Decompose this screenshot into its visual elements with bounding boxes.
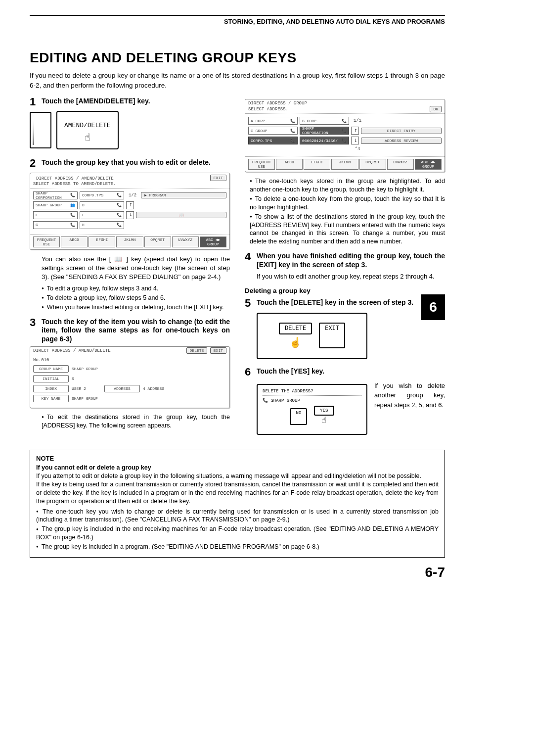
note-title: NOTE	[36, 454, 439, 463]
step2-screen-panel: DIRECT ADDRESS / AMEND/DELETE EXIT SELEC…	[30, 173, 230, 250]
note-p2: If the key is being used for a current t…	[36, 480, 439, 506]
bullet-item: To edit a group key, follow steps 3 and …	[42, 284, 230, 293]
group-panel-subtitle: SELECT ADDRESS.	[248, 107, 288, 112]
step2-panel-title: DIRECT ADDRESS / AMEND/DELETE	[33, 175, 117, 182]
index-tab[interactable]: JKLMN	[116, 236, 143, 247]
index-tab[interactable]: UVWXYZ	[172, 236, 199, 247]
scroll-down-button[interactable]: 🠗	[126, 211, 134, 219]
address-cell-selected[interactable]: 066620121/3456/	[300, 137, 349, 144]
address-cell[interactable]: A CORP.	[248, 117, 298, 125]
exit-key[interactable]: EXIT	[319, 323, 345, 348]
address-cell-selected[interactable]: CORPO.TPS	[248, 137, 298, 144]
address-cell[interactable]: CORPO.TPS	[80, 191, 124, 199]
note-bullet: The group key is included in a program. …	[36, 543, 439, 551]
index-tab-group[interactable]: ABC ◀▶ GROUP	[200, 236, 226, 247]
scroll-up-button[interactable]: 🠕	[351, 127, 359, 135]
group-name-button[interactable]: GROUP NAME	[33, 365, 69, 373]
scroll-up-button[interactable]: 🠕	[126, 201, 134, 209]
page-header: STORING, EDITING, AND DELETING AUTO DIAL…	[30, 15, 445, 25]
initial-value: S	[72, 377, 74, 381]
index-tab[interactable]: ABCD	[61, 236, 88, 247]
group-select-panel: DIRECT ADDRESS / GROUP SELECT ADDRESS. O…	[245, 99, 445, 172]
address-cell[interactable]: E	[33, 211, 78, 219]
delete-exit-illustration: DELETE ☝ EXIT	[257, 313, 367, 359]
entry-number: No.010	[33, 358, 49, 363]
address-cell-selected[interactable]: SHARP CORPORATION	[300, 127, 349, 135]
note-bullet: The one-touch key you wish to change or …	[36, 508, 439, 524]
delete-button[interactable]: DELETE	[186, 347, 208, 354]
step6-side-text: If you wish to delete another group key,…	[374, 381, 445, 410]
step5-title: Touch the [DELETE] key in the screen of …	[257, 297, 413, 309]
address-cell[interactable]: D	[80, 201, 124, 209]
step3-screen-panel: DIRECT ADDRESS / AMEND/DELETE DELETE EXI…	[30, 346, 230, 408]
step6-title: Touch the [YES] key.	[257, 366, 324, 378]
yes-button[interactable]: YES	[314, 406, 334, 416]
amend-delete-key[interactable]: AMEND/DELETE ☝	[56, 111, 119, 149]
note-box: NOTE If you cannot edit or delete a grou…	[30, 450, 445, 558]
step2-panel-subtitle: SELECT ADDRESS TO AMEND/DELETE.	[30, 182, 229, 189]
no-button[interactable]: NO	[290, 408, 307, 425]
address-cell[interactable]: B CORP.	[300, 117, 349, 125]
touch-hand-icon: ☝	[64, 131, 111, 143]
initial-button[interactable]: INITIAL	[33, 375, 69, 382]
amend-delete-label: AMEND/DELETE	[64, 122, 111, 129]
index-tab[interactable]: ABCD	[276, 159, 303, 170]
index-tab-group[interactable]: ABC ◀▶ GROUP	[415, 159, 442, 170]
index-tab[interactable]: EFGHI	[304, 159, 330, 170]
chapter-tab: 6	[421, 294, 445, 320]
direct-entry-button[interactable]: DIRECT ENTRY	[361, 128, 442, 134]
index-value: USER 2	[72, 386, 101, 391]
step2-title: Touch the group key that you wish to edi…	[42, 157, 211, 169]
speed-dial-button[interactable]: 📖	[136, 212, 226, 218]
address-cell[interactable]: H	[80, 221, 124, 229]
touch-hand-icon: ☝	[314, 415, 334, 425]
index-tab[interactable]: EFGHI	[89, 236, 115, 247]
index-tab[interactable]: UVWXYZ	[387, 159, 414, 170]
step1-title: Touch the [AMEND/DELETE] key.	[42, 96, 150, 108]
step3-number: 3	[30, 317, 42, 344]
address-cell[interactable]: C GROUP	[248, 127, 298, 135]
intro-text: If you need to delete a group key or cha…	[30, 71, 445, 90]
confirm-group-name: SHARP GROUP	[270, 398, 300, 403]
key-name-value: SHARP GROUP	[72, 396, 98, 401]
index-button[interactable]: INDEX	[33, 385, 69, 392]
address-cell[interactable]: SHARP CORPORATION	[33, 191, 78, 199]
step4-number: 4	[245, 251, 257, 269]
delete-subheading: Deleting a group key	[245, 287, 445, 294]
exit-button[interactable]: EXIT	[210, 347, 226, 354]
address-button[interactable]: ADDRESS	[104, 385, 140, 392]
bullet-item: To delete a group key, follow steps 5 an…	[42, 294, 230, 302]
step3-panel-title: DIRECT ADDRESS / AMEND/DELETE	[33, 348, 111, 353]
address-cell[interactable]: G	[33, 221, 78, 229]
index-tab[interactable]: JKLMN	[331, 159, 358, 170]
note-bullet: The group key is included in the end rec…	[36, 525, 439, 542]
step4-title: When you have finished editing the group…	[257, 251, 445, 269]
delete-key[interactable]: DELETE	[279, 323, 312, 334]
page-number: 6-7	[30, 565, 445, 580]
index-tab[interactable]: OPQRST	[359, 159, 386, 170]
page-title: EDITING AND DELETING GROUP KEYS	[30, 50, 445, 66]
program-button[interactable]: ▶ PROGRAM	[141, 192, 226, 198]
bullet-item: When you have finished editing or deleti…	[42, 303, 230, 312]
bullet-item: The one-touch keys stored in the group a…	[250, 177, 445, 194]
note-p1: If you attempt to edit or delete a group…	[36, 472, 439, 480]
step1-number: 1	[30, 96, 42, 108]
index-tab[interactable]: FREQUENT USE	[33, 236, 60, 247]
group-name-value: SHARP GROUP	[72, 367, 98, 371]
ok-button[interactable]: OK	[430, 106, 442, 112]
exit-button[interactable]: EXIT	[210, 175, 226, 181]
address-review-button[interactable]: ADDRESS REVIEW	[361, 138, 442, 144]
group-panel-title: DIRECT ADDRESS / GROUP	[248, 101, 307, 106]
address-cell[interactable]: F	[80, 211, 124, 219]
bullet-item: To edit the destinations stored in the g…	[42, 413, 230, 430]
key-name-button[interactable]: KEY NAME	[33, 395, 69, 402]
address-cell[interactable]: SHARP GROUP	[33, 201, 78, 209]
step6-number: 6	[245, 366, 257, 378]
step2-subtext: You can also use the [ 📖 ] key (speed di…	[42, 255, 230, 282]
scroll-down-button[interactable]: 🠗	[351, 137, 359, 144]
address-value: 4 ADDRESS	[143, 386, 164, 391]
step3-title: Touch the key of the item you wish to ch…	[42, 317, 230, 344]
index-tab[interactable]: OPQRST	[144, 236, 171, 247]
page-indicator: 1/2	[126, 193, 139, 198]
index-tab[interactable]: FREQUENT USE	[248, 159, 275, 170]
